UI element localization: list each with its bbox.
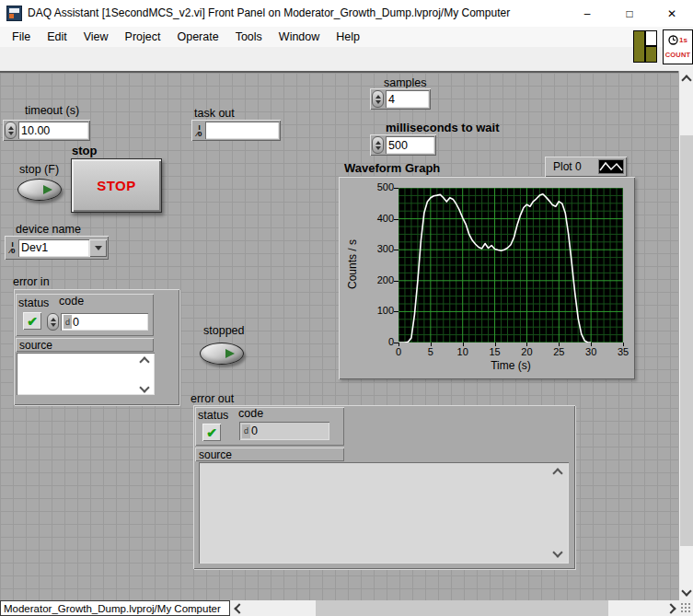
samples-label: samples <box>384 76 427 89</box>
hscroll-right-button[interactable] <box>664 600 678 616</box>
scroll-up-icon <box>681 75 691 85</box>
wait-control: 500 <box>370 134 436 156</box>
x-tick-label: 35 <box>612 346 634 357</box>
error-in-code-label: code <box>59 295 84 308</box>
window-title: DAQ Assistant [1SecondMCS_v2.vi] Front P… <box>28 6 510 19</box>
chevron-down-icon <box>95 246 102 250</box>
stop-f-led-button[interactable] <box>17 179 62 201</box>
hscroll-left-button[interactable] <box>232 600 247 616</box>
stop-f-label: stop (F) <box>19 163 59 176</box>
labview-front-panel-window: DAQ Assistant [1SecondMCS_v2.vi] Front P… <box>0 0 693 616</box>
error-out-status-label: status <box>198 409 228 422</box>
horizontal-scrollbar-thumb[interactable] <box>316 600 608 616</box>
x-tick-mark <box>623 343 624 346</box>
wait-input[interactable]: 500 <box>386 136 434 154</box>
x-tick-label: 25 <box>548 346 570 357</box>
toolbar: ↻ 18pt Application Font <box>0 47 693 71</box>
vi-icon-timer-label: 1s <box>679 36 687 44</box>
timeout-input[interactable]: 10.00 <box>18 122 88 139</box>
graph-title: Waveform Graph <box>344 161 440 175</box>
stopped-label: stopped <box>203 324 244 337</box>
error-out-code-label: code <box>238 407 263 420</box>
y-tick-label: 200 <box>368 274 394 285</box>
x-axis-label: Time (s) <box>483 359 538 372</box>
device-name-value[interactable]: Dev1 <box>18 239 89 257</box>
menu-edit[interactable]: Edit <box>39 27 75 47</box>
error-out-status-check: ✔ <box>202 424 221 441</box>
radix-indicator[interactable]: d <box>64 315 72 329</box>
wait-spinner[interactable] <box>372 136 384 154</box>
menu-tools[interactable]: Tools <box>227 27 271 47</box>
y-tick-mark <box>394 281 398 282</box>
maximize-button[interactable]: □ <box>608 0 651 27</box>
waveform-plot-svg <box>398 188 623 343</box>
task-out-control: I⁄0 <box>191 120 281 141</box>
x-tick-mark <box>591 343 592 346</box>
labview-app-icon <box>6 6 22 21</box>
error-out-code-value: 0 <box>251 424 258 437</box>
menu-operate[interactable]: Operate <box>168 27 226 47</box>
menu-file[interactable]: File <box>4 27 39 47</box>
y-tick-mark <box>394 219 398 220</box>
resize-grip[interactable] <box>681 603 691 613</box>
scroll-up-button[interactable] <box>679 74 693 87</box>
timeout-control: 10.00 <box>3 120 90 141</box>
waveform-plot-area <box>398 188 623 343</box>
x-tick-label: 20 <box>515 346 537 357</box>
menubar: File Edit View Project Operate Tools Win… <box>0 27 693 47</box>
samples-spinner[interactable] <box>372 90 384 108</box>
vertical-scrollbar[interactable] <box>678 71 693 600</box>
x-tick-label: 30 <box>580 346 602 357</box>
error-in-code-spinner[interactable] <box>47 313 59 331</box>
y-tick-mark <box>394 188 398 189</box>
samples-input[interactable]: 4 <box>386 90 429 108</box>
plot-legend[interactable]: Plot 0 <box>545 157 627 177</box>
error-in-source-field[interactable] <box>17 353 155 395</box>
y-axis-label: Counts / s <box>346 214 361 315</box>
stop-button[interactable]: STOP <box>71 158 162 213</box>
radix-indicator: d <box>242 424 250 438</box>
menu-project[interactable]: Project <box>117 27 169 47</box>
device-name-dropdown-button[interactable] <box>89 239 107 257</box>
task-out-value <box>205 122 279 139</box>
close-button[interactable]: ✕ <box>651 0 693 27</box>
error-out-source-label: source <box>199 448 232 461</box>
x-tick-mark <box>495 343 496 346</box>
x-tick-mark <box>559 343 560 346</box>
timeout-spinner[interactable] <box>5 122 17 139</box>
scroll-down-icon <box>681 586 691 596</box>
x-tick-label: 10 <box>452 346 474 357</box>
scroll-right-icon <box>665 603 676 613</box>
wait-label: milliseconds to wait <box>386 121 500 134</box>
error-in-code-value: 0 <box>73 316 79 329</box>
error-in-code-field[interactable]: d 0 <box>61 313 148 331</box>
context-label: Moderator_Growth_Dump.lvproj/My Computer <box>0 600 230 616</box>
menu-help[interactable]: Help <box>328 27 368 47</box>
checkmark-icon: ✔ <box>27 314 38 329</box>
y-tick-label: 400 <box>368 213 394 224</box>
vertical-scrollbar-thumb[interactable] <box>680 135 693 546</box>
vi-icon[interactable]: 1s COUNT <box>663 29 693 64</box>
error-out-source-field <box>199 462 569 564</box>
menu-view[interactable]: View <box>75 27 117 47</box>
connector-pane-icon[interactable] <box>633 30 657 63</box>
plot-legend-label: Plot 0 <box>545 160 598 173</box>
x-tick-label: 15 <box>484 346 506 357</box>
error-in-label: error in <box>13 275 50 288</box>
vi-icon-name-label: COUNT <box>665 51 691 59</box>
waveform-graph: Counts / s Time (s) 01002003004005000510… <box>339 177 635 379</box>
timeout-label: timeout (s) <box>25 104 79 117</box>
scroll-down-button[interactable] <box>679 585 693 598</box>
minimize-button[interactable]: – <box>566 0 608 27</box>
device-name-label: device name <box>16 223 81 236</box>
x-tick-mark <box>398 343 399 346</box>
x-tick-label: 5 <box>420 346 442 357</box>
y-tick-label: 500 <box>368 181 394 192</box>
menu-window[interactable]: Window <box>271 27 328 47</box>
device-name-combo: I⁄0 Dev1 <box>5 236 109 260</box>
error-in-status-check[interactable]: ✔ <box>23 312 41 330</box>
x-tick-mark <box>526 343 527 346</box>
error-out-label: error out <box>191 392 234 405</box>
stopped-led <box>200 343 244 365</box>
x-tick-mark <box>463 343 464 346</box>
